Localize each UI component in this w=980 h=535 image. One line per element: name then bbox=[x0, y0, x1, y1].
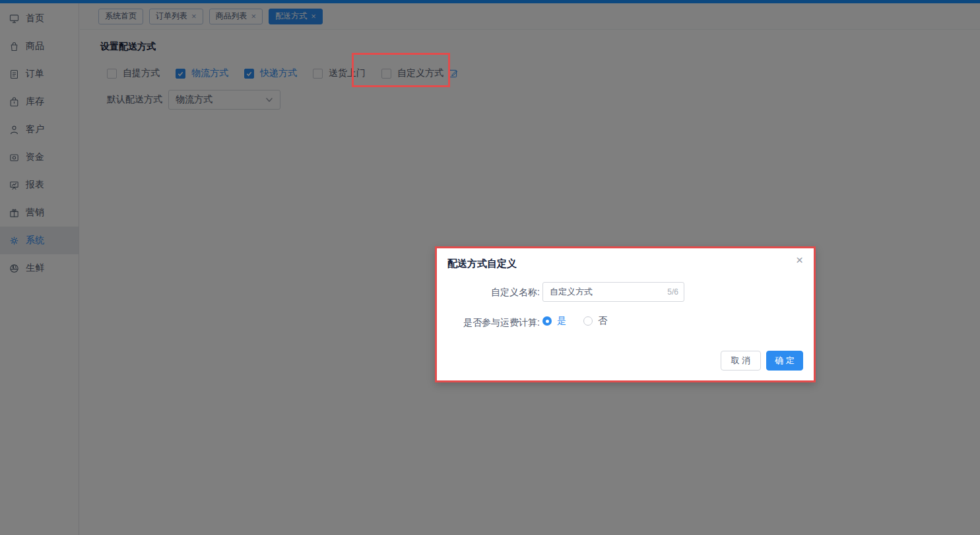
radio-no[interactable]: 否 bbox=[583, 315, 607, 327]
dialog-title: 配送方式自定义 bbox=[447, 258, 517, 270]
custom-delivery-dialog: 配送方式自定义 × 自定义名称: 5/6 是否参与运费计算: 是 否 取 消 确… bbox=[435, 246, 816, 382]
freight-radio-group: 是 否 bbox=[542, 315, 624, 327]
radio-label: 是 bbox=[557, 315, 566, 327]
radio-yes[interactable]: 是 bbox=[542, 315, 566, 327]
freight-question-label: 是否参与运费计算: bbox=[437, 317, 540, 329]
char-counter: 5/6 bbox=[667, 287, 678, 297]
close-icon[interactable]: × bbox=[796, 254, 803, 266]
custom-name-label: 自定义名称: bbox=[437, 287, 540, 299]
radio-unselected-icon[interactable] bbox=[583, 316, 593, 326]
confirm-button[interactable]: 确 定 bbox=[766, 351, 803, 371]
custom-name-field: 5/6 bbox=[542, 282, 684, 302]
radio-selected-icon[interactable] bbox=[542, 316, 552, 326]
radio-label: 否 bbox=[598, 315, 607, 327]
custom-name-input[interactable] bbox=[542, 282, 684, 302]
cancel-button[interactable]: 取 消 bbox=[721, 351, 761, 371]
